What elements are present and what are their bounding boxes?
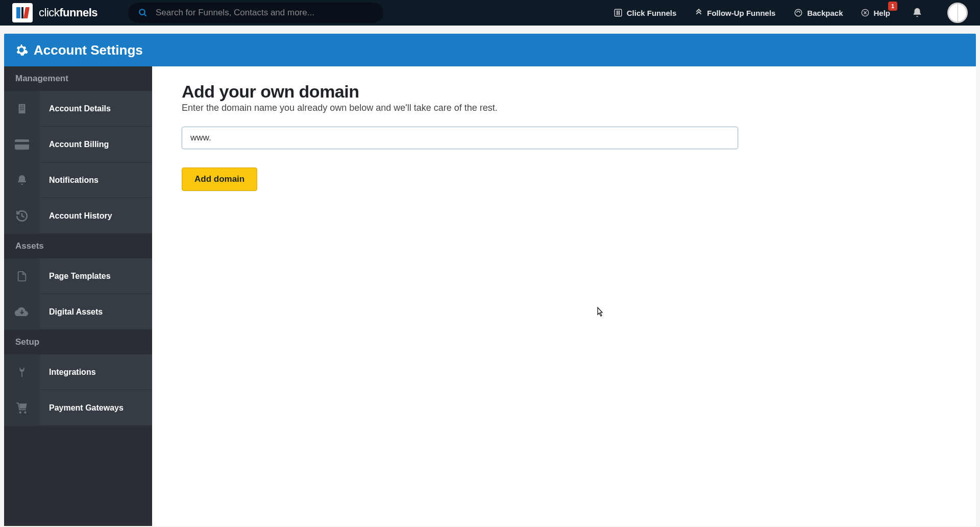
svg-rect-13	[20, 107, 21, 108]
content-area: Management Account Details Account Billi…	[4, 66, 976, 526]
sidebar-item-integrations[interactable]: Integrations	[4, 354, 152, 390]
svg-rect-3	[617, 11, 618, 15]
svg-rect-11	[21, 105, 22, 106]
credit-card-icon	[4, 127, 40, 162]
user-avatar[interactable]	[947, 3, 968, 23]
svg-point-5	[795, 9, 802, 16]
sidebar-item-label: Integrations	[40, 368, 96, 377]
brand-name[interactable]: clickfunnels	[39, 6, 97, 19]
sidebar-section-assets: Assets	[4, 234, 152, 258]
notifications-bell[interactable]	[912, 7, 923, 18]
backpack-icon	[794, 8, 803, 17]
svg-rect-9	[19, 104, 26, 113]
page-wrapper: Account Settings Management Account Deta…	[4, 34, 976, 526]
bell-icon	[912, 7, 923, 18]
svg-rect-17	[21, 109, 22, 110]
main-heading: Add your own domain	[182, 82, 946, 102]
svg-rect-2	[615, 9, 622, 16]
svg-rect-4	[618, 11, 619, 15]
sidebar-item-label: Account History	[40, 211, 112, 221]
nav-label: Click Funnels	[627, 9, 677, 17]
domain-input[interactable]	[182, 127, 738, 149]
chevron-up-double-icon	[695, 9, 703, 17]
nav-label: Help	[873, 9, 890, 17]
sidebar-item-label: Payment Gateways	[40, 403, 124, 413]
svg-rect-15	[23, 107, 24, 108]
svg-rect-14	[21, 107, 22, 108]
main-subtitle: Enter the domain name you already own be…	[182, 103, 946, 113]
sidebar-item-account-billing[interactable]: Account Billing	[4, 127, 152, 162]
svg-rect-18	[23, 109, 24, 110]
svg-rect-20	[15, 142, 29, 145]
page-header: Account Settings	[4, 34, 976, 66]
search-icon	[138, 8, 148, 17]
sidebar-item-digital-assets[interactable]: Digital Assets	[4, 294, 152, 330]
sidebar-item-label: Notifications	[40, 176, 99, 185]
cart-icon	[4, 390, 40, 426]
settings-gears-icon	[14, 43, 29, 57]
svg-rect-12	[23, 105, 24, 106]
building-icon	[4, 91, 40, 127]
help-icon	[861, 9, 869, 17]
svg-point-0	[139, 9, 145, 15]
help-badge: 1	[888, 2, 897, 11]
history-icon	[4, 198, 40, 234]
svg-rect-10	[20, 105, 21, 106]
nav-help[interactable]: Help 1	[861, 9, 890, 17]
nav-click-funnels[interactable]: Click Funnels	[614, 8, 677, 17]
sidebar-section-management: Management	[4, 66, 152, 91]
sidebar-item-label: Page Templates	[40, 272, 111, 281]
add-domain-button[interactable]: Add domain	[182, 167, 257, 191]
funnel-icon	[614, 8, 623, 17]
sidebar-item-notifications[interactable]: Notifications	[4, 162, 152, 198]
nav-backpack[interactable]: Backpack	[794, 8, 843, 17]
main-content: Add your own domain Enter the domain nam…	[152, 66, 976, 526]
sidebar-item-account-details[interactable]: Account Details	[4, 91, 152, 127]
file-icon	[4, 258, 40, 294]
svg-point-22	[19, 411, 21, 413]
sidebar-item-label: Account Details	[40, 104, 111, 113]
nav-follow-up[interactable]: Follow-Up Funnels	[695, 9, 775, 17]
nav-label: Follow-Up Funnels	[707, 9, 775, 17]
sidebar-item-page-templates[interactable]: Page Templates	[4, 258, 152, 294]
sidebar-item-account-history[interactable]: Account History	[4, 198, 152, 234]
svg-point-23	[24, 411, 26, 413]
sidebar-item-label: Digital Assets	[40, 307, 103, 317]
sidebar-item-label: Account Billing	[40, 140, 109, 149]
page-title: Account Settings	[34, 42, 143, 58]
plug-icon	[4, 354, 40, 390]
sidebar: Management Account Details Account Billi…	[4, 66, 152, 526]
svg-rect-16	[20, 109, 21, 110]
cloud-download-icon	[4, 294, 40, 330]
brand-logo[interactable]	[12, 3, 33, 22]
top-nav: clickfunnels Click Funnels Follow-Up Fun…	[0, 0, 980, 26]
bell-icon	[4, 162, 40, 198]
search-input[interactable]	[156, 8, 373, 18]
sidebar-section-setup: Setup	[4, 330, 152, 354]
search-bar[interactable]	[128, 3, 383, 23]
nav-label: Backpack	[807, 9, 843, 17]
svg-line-1	[144, 14, 146, 16]
sidebar-item-payment-gateways[interactable]: Payment Gateways	[4, 390, 152, 426]
